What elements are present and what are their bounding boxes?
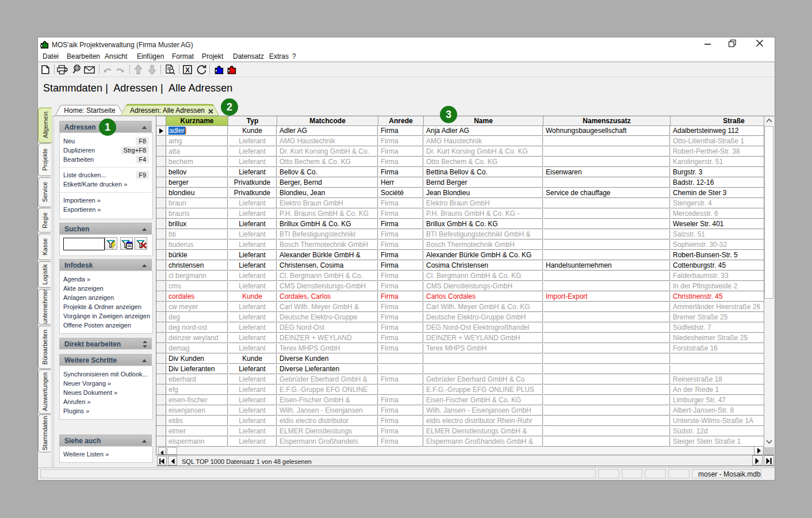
svg-text:Adressen: Alle Adressen: Adressen: Alle Adressen xyxy=(130,106,205,115)
svg-text:X: X xyxy=(185,66,190,74)
svg-text:Home: Startseite: Home: Startseite xyxy=(64,106,116,115)
